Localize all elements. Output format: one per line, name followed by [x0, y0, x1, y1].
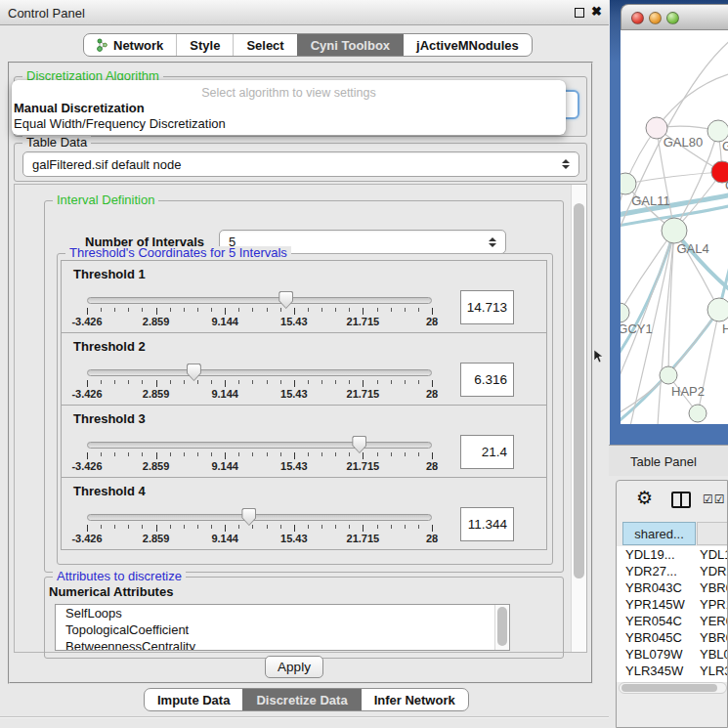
network-node-GAL11[interactable]: [621, 173, 636, 194]
tick-mark: [432, 452, 433, 459]
tab-select[interactable]: Select: [233, 34, 296, 56]
slider-thumb[interactable]: [352, 436, 366, 453]
spinner-arrows-icon[interactable]: [489, 237, 496, 247]
table-cell[interactable]: YDR2: [697, 563, 727, 579]
apply-button[interactable]: Apply: [265, 656, 323, 678]
attribute-list-item[interactable]: TopologicalCoefficient: [56, 621, 509, 638]
attributes-listbox[interactable]: SelfLoopsTopologicalCoefficientBetweenne…: [55, 604, 510, 651]
slider-track[interactable]: [87, 369, 432, 376]
tab-discretize-data[interactable]: Discretize Data: [242, 689, 360, 710]
tick-mark: [405, 308, 406, 312]
table-row[interactable]: YBR043CYBR0: [617, 579, 727, 596]
slider-thumb[interactable]: [187, 364, 201, 381]
threshold-value-field[interactable]: 6.316: [460, 363, 514, 397]
table-cell[interactable]: YBL0: [697, 646, 727, 663]
table-cell[interactable]: YLR3: [697, 663, 727, 679]
tick-mark: [225, 525, 226, 532]
tick-mark: [211, 452, 212, 456]
table-cell[interactable]: YPR1: [697, 596, 727, 613]
panel-vscrollbar[interactable]: [571, 185, 586, 652]
tick-mark: [101, 308, 102, 312]
network-node-GCY1[interactable]: [621, 303, 629, 322]
dropdown-option[interactable]: Manual Discretization: [12, 100, 566, 115]
table-row[interactable]: YBL079WYBL0: [617, 646, 727, 663]
table-hscrollbar-thumb[interactable]: [621, 684, 717, 692]
close-icon[interactable]: ✖: [591, 4, 602, 19]
table-row[interactable]: YPR145WYPR1: [617, 596, 727, 613]
slider-thumb[interactable]: [241, 508, 256, 526]
table-data-legend: Table Data: [22, 136, 91, 150]
tick-mark: [267, 452, 268, 456]
table-row[interactable]: YBR045CYBR0: [617, 629, 727, 646]
checkbox-icons[interactable]: ☑☑: [703, 492, 726, 506]
list-vscrollbar-thumb[interactable]: [497, 607, 507, 646]
spinner-arrows-icon[interactable]: [562, 159, 570, 169]
table-cell[interactable]: YBR0: [697, 579, 727, 596]
table-cell[interactable]: YER054C: [622, 613, 696, 629]
threshold-value-field[interactable]: 21.4: [460, 435, 514, 469]
tab-style[interactable]: Style: [176, 34, 233, 56]
list-vscrollbar[interactable]: [494, 605, 509, 650]
slider-thumb[interactable]: [278, 291, 293, 309]
table-row[interactable]: YDL19...YDL1: [617, 546, 727, 563]
table-cell[interactable]: YLR345W: [622, 663, 696, 679]
network-window-titlebar[interactable]: [621, 4, 728, 30]
tick-mark: [280, 308, 281, 312]
tab-label: Infer Network: [374, 693, 455, 707]
threshold-row: Threshold 3 -3.4262.8599.14415.4321.7152…: [61, 405, 547, 478]
panel-vscrollbar-thumb[interactable]: [574, 203, 584, 578]
table-cell[interactable]: YER0: [697, 613, 727, 629]
apply-button-label: Apply: [278, 660, 311, 674]
tab-jactivemnodules[interactable]: jActiveMNodules: [403, 34, 532, 56]
split-columns-icon[interactable]: [671, 492, 691, 508]
slider-track[interactable]: [87, 514, 432, 521]
tab-network[interactable]: Network: [84, 34, 176, 56]
attribute-list-item[interactable]: BetweennessCentrality: [56, 638, 509, 651]
table-row[interactable]: YDR27...YDR2: [617, 563, 727, 579]
scale-label: 15.43: [280, 316, 308, 327]
tick-mark: [238, 308, 239, 312]
minimize-traffic-light[interactable]: [649, 12, 662, 24]
table-cell[interactable]: YDL19...: [622, 546, 696, 563]
table-data-combobox[interactable]: galFiltered.sif default node: [22, 151, 579, 177]
table-cell[interactable]: YPR145W: [622, 596, 696, 613]
dropdown-option[interactable]: Equal Width/Frequency Discretization: [12, 115, 566, 131]
attribute-list-item[interactable]: SelfLoops: [56, 605, 509, 621]
table-row[interactable]: YLR345WYLR3: [617, 663, 727, 679]
network-node-node-H[interactable]: [707, 298, 728, 321]
tick-mark: [418, 308, 419, 312]
network-node-node-bottom-partial[interactable]: [689, 405, 707, 422]
table-hscrollbar[interactable]: [619, 682, 727, 694]
tick-mark: [156, 452, 157, 459]
table-cell[interactable]: YBR0: [697, 629, 727, 646]
table-rows: YDL19...YDL1YDR27...YDR2YBR043CYBR0YPR14…: [617, 546, 727, 682]
tab-cyni-toolbox[interactable]: Cyni Toolbox: [297, 34, 403, 56]
table-cell[interactable]: YDL1: [697, 546, 727, 563]
table-cell[interactable]: YBR043C: [622, 579, 696, 596]
table-cell[interactable]: YDR27...: [622, 563, 696, 579]
slider-track[interactable]: [87, 297, 432, 304]
tick-mark: [335, 380, 336, 384]
close-traffic-light[interactable]: [631, 12, 644, 24]
network-node-GAL4[interactable]: [662, 218, 687, 243]
table-cell[interactable]: YBL079W: [622, 646, 696, 663]
table-row[interactable]: YER054CYER0: [617, 613, 727, 629]
tick-mark: [335, 525, 336, 529]
table-cell[interactable]: YBR045C: [622, 629, 696, 646]
slider-track[interactable]: [87, 442, 432, 449]
column-header-name[interactable]: na: [697, 522, 728, 545]
network-node-HAP2[interactable]: [660, 366, 677, 384]
column-header-shared-name[interactable]: shared...: [622, 522, 696, 545]
float-window-icon[interactable]: [575, 8, 584, 18]
zoom-traffic-light[interactable]: [666, 12, 679, 24]
slider-scale-labels: -3.4262.8599.14415.4321.71528: [87, 316, 432, 327]
threshold-value-field[interactable]: 14.713: [460, 290, 514, 324]
tick-mark: [363, 452, 364, 459]
tab-impute-data[interactable]: Impute Data: [145, 689, 242, 710]
tab-infer-network[interactable]: Infer Network: [361, 689, 468, 710]
threshold-value-field[interactable]: 11.344: [460, 507, 514, 541]
scale-label: -3.426: [71, 533, 102, 544]
tick-mark: [197, 452, 198, 456]
gear-icon[interactable]: ⚙: [636, 489, 653, 507]
network-view-canvas[interactable]: GAL80GACGAL11GAL4GCY1HHAP2: [621, 30, 728, 424]
